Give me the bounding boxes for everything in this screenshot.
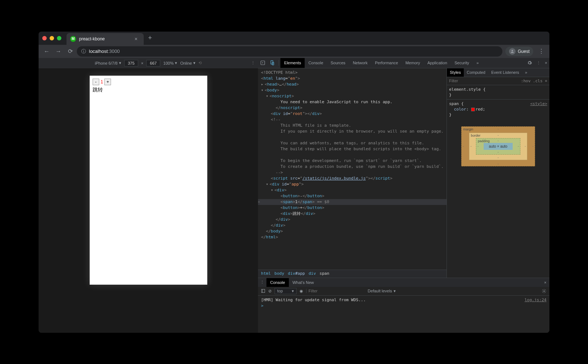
button-plus-text: + (300, 205, 302, 210)
tab-console[interactable]: Console (305, 58, 327, 68)
tab-sources[interactable]: Sources (327, 58, 349, 68)
console-settings-icon[interactable] (542, 289, 546, 293)
crumb-body[interactable]: body (275, 271, 284, 277)
styles-filter-input[interactable] (449, 79, 521, 83)
tab-memory[interactable]: Memory (402, 58, 424, 68)
color-swatch[interactable] (471, 108, 475, 111)
log-message: [HMR] Waiting for update signal from WDS… (261, 297, 366, 303)
browser-tab[interactable]: M preact-kbone × (67, 33, 144, 45)
doctype-node: <!DOCTYPE html> (261, 70, 297, 75)
noscript-text: You need to enable JavaScript to run thi… (280, 100, 392, 104)
console-sidebar-icon[interactable] (261, 289, 265, 293)
tab-computed[interactable]: Computed (464, 68, 488, 77)
tab-performance[interactable]: Performance (371, 58, 402, 68)
devtools-close-button[interactable]: × (543, 61, 549, 65)
crumb-div-app[interactable]: div#app (288, 271, 305, 277)
rotate-icon[interactable]: ⟲ (198, 61, 202, 65)
nav-back-button[interactable]: ← (42, 46, 52, 57)
button-minus-text: - (300, 194, 302, 198)
browser-menu-button[interactable]: ⋮ (536, 48, 546, 55)
selected-node[interactable]: <span>1</span> == $0 (258, 199, 447, 205)
nav-forward-button[interactable]: → (53, 46, 64, 57)
decrement-button[interactable]: - (93, 79, 99, 85)
window-close-button[interactable] (42, 36, 47, 40)
comment-line: If you open it directly in the browser, … (280, 129, 444, 134)
console-filter-input[interactable] (306, 289, 365, 293)
drawer-close-button[interactable]: × (541, 280, 549, 285)
css-prop-color: color (454, 107, 466, 112)
crumb-span[interactable]: span (320, 271, 330, 277)
script-src[interactable]: /static/js/index.bundle.js (302, 176, 366, 181)
device-name: iPhone 6/7/8 (95, 61, 118, 65)
drawer-menu-button[interactable]: ⋮ (258, 280, 266, 285)
inspect-icon[interactable] (258, 60, 268, 65)
tab-application[interactable]: Application (424, 58, 451, 68)
jump-link[interactable]: 跳转 (93, 87, 204, 93)
window-minimize-button[interactable] (50, 36, 54, 40)
drawer-tabs: ⋮ Console What's New × (258, 278, 549, 287)
window-controls (42, 36, 61, 40)
root-id: root (293, 111, 302, 116)
cls-toggle[interactable]: .cls (533, 79, 543, 83)
log-source-link[interactable]: log.js:24 (524, 297, 546, 303)
span-text: 1 (295, 199, 298, 204)
devtools-menu-button[interactable]: ⋮ (534, 61, 543, 65)
hov-toggle[interactable]: :hov (521, 79, 531, 83)
styles-tabs: Styles Computed Event Listeners » (447, 68, 549, 77)
box-model[interactable]: margin ---- border ---- padding ---- aut… (447, 119, 549, 174)
svg-point-6 (544, 290, 545, 291)
console-body[interactable]: [HMR] Waiting for update signal from WDS… (258, 296, 549, 333)
comment-line: This HTML file is a template. (280, 123, 351, 128)
crumb-html[interactable]: html (261, 271, 271, 277)
console-drawer: ⋮ Console What's New × ⊘ top ▾ ◉ (258, 278, 549, 333)
throttle-value: Online (180, 61, 192, 65)
device-height-input[interactable] (146, 60, 160, 66)
device-selector[interactable]: iPhone 6/7/8 ▾ (95, 61, 121, 65)
tab-network[interactable]: Network (349, 58, 371, 68)
url-field[interactable]: ⓘ localhost:3000 (77, 46, 502, 57)
tab-event-listeners[interactable]: Event Listeners (488, 68, 522, 77)
dropdown-icon: ▾ (119, 61, 121, 65)
profile-avatar-icon (509, 48, 516, 55)
zoom-selector[interactable]: 100% ▾ (163, 61, 177, 65)
profile-guest-button[interactable]: Guest (505, 47, 533, 56)
live-expression-icon[interactable]: ◉ (300, 289, 303, 293)
add-rule-button[interactable]: + (545, 79, 547, 83)
css-rules[interactable]: element.style { } <style>span { color: r… (447, 85, 549, 119)
bm-margin-label: margin (463, 127, 473, 131)
throttle-selector[interactable]: Online ▾ (180, 61, 196, 65)
device-width-input[interactable] (124, 60, 138, 66)
rule-close: } (449, 112, 452, 117)
tabs-overflow-button[interactable]: » (473, 58, 483, 68)
device-toolbar: iPhone 6/7/8 ▾ × 100% ▾ Online ▾ ⟲ ⋮ (39, 58, 258, 68)
svg-point-0 (512, 50, 513, 51)
console-prompt[interactable]: > (261, 303, 263, 309)
tab-elements[interactable]: Elements (280, 58, 305, 68)
drawer-tab-whatsnew[interactable]: What's New (289, 278, 318, 287)
context-value: top (277, 289, 283, 293)
crumb-div[interactable]: div (309, 271, 316, 277)
device-toggle-icon[interactable] (268, 60, 277, 65)
site-info-icon[interactable]: ⓘ (81, 48, 86, 55)
divider (279, 60, 279, 66)
tab-close-button[interactable]: × (133, 36, 139, 42)
breadcrumbs: html body div#app div span (258, 270, 447, 278)
tab-security[interactable]: Security (451, 58, 473, 68)
rule-source[interactable]: <style> (530, 101, 547, 107)
dom-tree[interactable]: <!DOCTYPE html> <html lang="en"> ▸<head>… (258, 68, 447, 270)
window-maximize-button[interactable] (57, 36, 61, 40)
log-levels-selector[interactable]: Default levels ▾ (368, 289, 396, 293)
styles-tabs-overflow[interactable]: » (522, 68, 530, 77)
dropdown-icon: ▾ (193, 61, 196, 65)
clear-console-icon[interactable]: ⊘ (268, 289, 272, 293)
main-area: iPhone 6/7/8 ▾ × 100% ▾ Online ▾ ⟲ ⋮ (39, 58, 549, 333)
increment-button[interactable]: + (104, 79, 111, 85)
settings-icon[interactable] (525, 60, 534, 65)
tab-styles[interactable]: Styles (447, 68, 464, 77)
drawer-tab-console[interactable]: Console (266, 278, 288, 287)
context-selector[interactable]: top ▾ (275, 288, 296, 294)
new-tab-button[interactable]: + (147, 33, 154, 43)
dropdown-icon: ▾ (394, 289, 396, 293)
nav-reload-button[interactable]: ⟳ (65, 46, 75, 57)
device-menu-button[interactable]: ⋮ (251, 61, 255, 65)
